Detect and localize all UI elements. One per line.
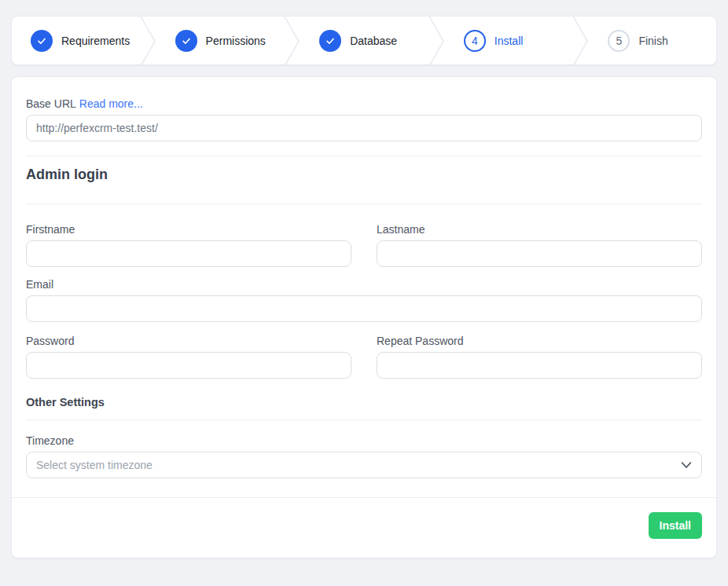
step-finish[interactable]: 5 Finish bbox=[589, 16, 716, 64]
step-label: Install bbox=[495, 35, 524, 47]
check-icon bbox=[31, 30, 53, 52]
step-number-badge: 5 bbox=[608, 30, 630, 52]
step-label: Finish bbox=[638, 35, 667, 47]
section-divider bbox=[26, 419, 702, 420]
repeat-password-input[interactable] bbox=[377, 352, 702, 379]
repeat-password-label: Repeat Password bbox=[377, 335, 702, 347]
section-divider bbox=[26, 156, 702, 156]
admin-login-heading: Admin login bbox=[26, 167, 702, 183]
install-form-card: Base URLRead more... Admin login Firstna… bbox=[11, 76, 717, 559]
timezone-select[interactable] bbox=[26, 452, 702, 478]
step-label: Requirements bbox=[61, 35, 130, 47]
lastname-input[interactable] bbox=[377, 240, 702, 267]
timezone-label: Timezone bbox=[26, 434, 702, 447]
firstname-input[interactable] bbox=[26, 240, 351, 267]
password-label: Password bbox=[26, 335, 351, 347]
step-permissions[interactable]: Permissions bbox=[156, 16, 284, 64]
base-url-input[interactable] bbox=[26, 115, 702, 141]
lastname-label: Lastname bbox=[377, 223, 702, 236]
other-settings-heading: Other Settings bbox=[26, 396, 702, 408]
step-database[interactable]: Database bbox=[300, 16, 428, 64]
step-install[interactable]: 4 Install bbox=[445, 16, 572, 64]
base-url-label: Base URL bbox=[26, 97, 76, 110]
install-button[interactable]: Install bbox=[649, 512, 702, 539]
check-icon bbox=[319, 30, 341, 52]
email-label: Email bbox=[26, 278, 702, 291]
read-more-link[interactable]: Read more... bbox=[79, 97, 143, 110]
step-label: Permissions bbox=[206, 35, 266, 47]
password-input[interactable] bbox=[26, 352, 351, 379]
wizard-stepper: Requirements Permissions Database 4 Inst… bbox=[11, 16, 717, 65]
check-icon bbox=[175, 30, 197, 52]
chevron-separator-icon bbox=[283, 16, 300, 65]
step-label: Database bbox=[350, 35, 397, 47]
step-number-badge: 4 bbox=[464, 30, 486, 52]
timezone-select-input[interactable] bbox=[26, 452, 702, 478]
chevron-separator-icon bbox=[139, 16, 156, 65]
chevron-separator-icon bbox=[572, 16, 589, 65]
step-requirements[interactable]: Requirements bbox=[12, 16, 139, 64]
install-wizard-page: Requirements Permissions Database 4 Inst… bbox=[0, 0, 728, 574]
section-divider bbox=[26, 203, 702, 204]
chevron-separator-icon bbox=[428, 16, 445, 65]
form-footer: Install bbox=[12, 497, 716, 558]
email-input[interactable] bbox=[26, 295, 702, 322]
firstname-label: Firstname bbox=[26, 223, 351, 236]
